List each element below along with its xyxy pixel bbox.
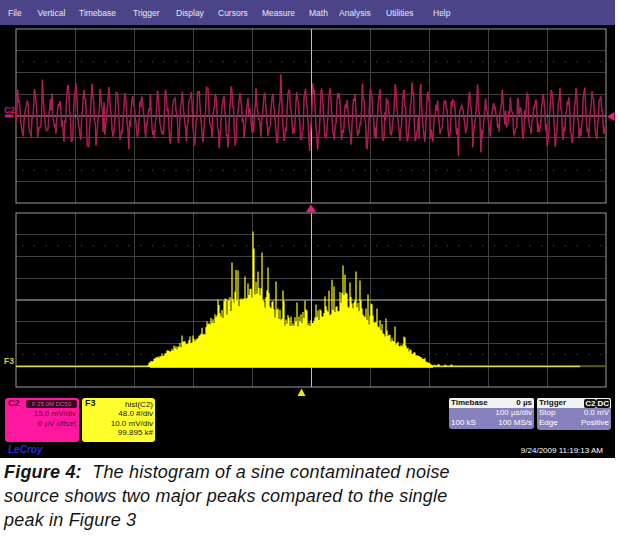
svg-text:C2: C2	[4, 105, 15, 115]
svg-text:F3: F3	[4, 356, 14, 366]
